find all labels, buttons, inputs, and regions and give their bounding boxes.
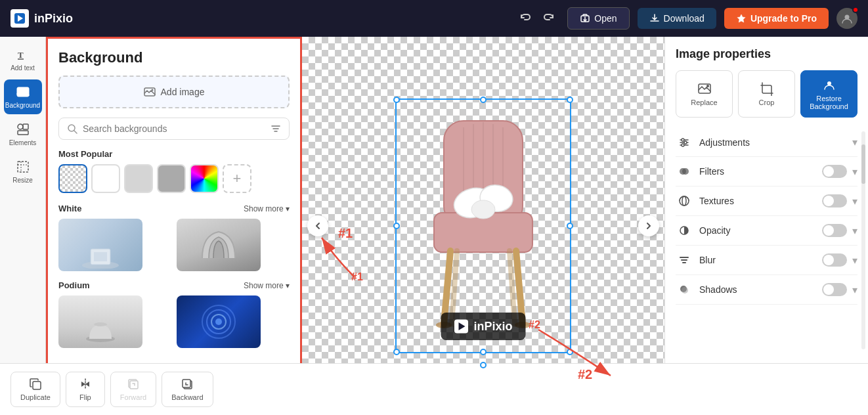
undo-button[interactable] [515,8,536,29]
swatch-dark-gray[interactable] [157,164,186,193]
sidebar-background-label: Background [5,102,40,109]
redo-button[interactable] [538,8,559,29]
blur-row[interactable]: Blur ▾ [676,246,857,275]
crop-icon [760,81,774,96]
add-image-button[interactable]: Add image [58,76,290,108]
annotation-1: #1 [338,226,353,241]
adjustments-row[interactable]: Adjustments ▾ [676,128,857,157]
filter-icon[interactable] [271,123,281,134]
shadows-label: Shadows [699,284,822,295]
avatar-badge [852,7,859,13]
white-bg-grid [58,219,290,271]
app-name: inPixio [34,12,73,26]
svg-point-29 [215,318,222,325]
swatch-white[interactable] [91,164,120,193]
image-props-buttons: Replace Crop Restore Background [676,70,857,118]
adjustments-icon [676,137,693,148]
podium-section-label: Podium [58,280,90,290]
add-image-label: Add image [161,87,205,97]
replace-label: Replace [691,98,717,106]
main-layout: T Add text Background Elements [0,37,868,415]
textures-row[interactable]: Textures ▾ [676,186,857,216]
svg-point-60 [682,144,684,146]
svg-point-58 [684,141,687,144]
textures-toggle[interactable] [822,194,847,207]
shadows-row[interactable]: Shadows ▾ [676,275,857,305]
svg-point-10 [18,124,23,129]
filters-row[interactable]: Filters ▾ [676,157,857,186]
svg-rect-23 [94,252,107,261]
white-show-more[interactable]: Show more ▾ [244,204,290,213]
svg-point-25 [94,322,107,326]
sidebar-item-resize[interactable]: Resize [4,154,42,189]
svg-rect-13 [18,162,28,172]
svg-point-54 [827,81,831,85]
white-bg-thumb-1[interactable] [58,219,142,271]
sidebar-item-background[interactable]: Background [4,79,42,114]
filters-toggle[interactable] [822,165,847,178]
scrollbar-track[interactable] [861,131,865,349]
textures-icon [676,195,693,207]
replace-button[interactable]: Replace [676,70,733,118]
svg-rect-68 [682,262,686,263]
sidebar-elements-label: Elements [9,139,37,146]
upgrade-button[interactable]: Upgrade to Pro [724,8,829,29]
svg-rect-67 [681,259,687,261]
app-logo: inPixio [11,9,73,28]
sidebar-item-elements[interactable]: Elements [4,117,42,152]
sidebar-item-text[interactable]: T Add text [4,42,42,77]
user-avatar[interactable] [836,8,857,29]
svg-point-62 [682,168,689,175]
search-input[interactable] [83,123,265,134]
swatch-add-button[interactable]: + [223,164,251,193]
opacity-toggle[interactable] [822,224,847,237]
svg-point-9 [25,88,28,91]
opacity-row[interactable]: Opacity ▾ [676,216,857,246]
filters-icon [676,165,693,177]
podium-bg-thumb-2[interactable] [177,295,261,348]
crop-button[interactable]: Crop [738,70,795,118]
right-panel: Image properties Replace Crop [664,37,868,415]
logo-icon [11,9,29,28]
crop-label: Crop [759,98,775,106]
chair-image-container[interactable]: inPixio [398,101,569,351]
sidebar-resize-label: Resize [12,177,33,184]
annotation-2: #2 [578,367,592,382]
search-row [58,118,290,140]
adjustments-label: Adjustments [699,137,852,148]
canvas-nav-right[interactable] [638,215,659,236]
svg-point-15 [151,89,153,91]
opacity-chevron: ▾ [852,225,857,237]
right-panel-title: Image properties [676,47,857,61]
sidebar-text-label: Add text [11,64,35,72]
shadows-toggle[interactable] [822,283,847,296]
svg-point-39 [471,200,495,219]
podium-bg-thumb-1[interactable] [58,295,142,348]
watermark: inPixio [441,313,525,340]
bottom-toolbar: Duplicate Flip Forward [664,363,868,415]
swatch-light-gray[interactable] [124,164,153,193]
podium-show-more[interactable]: Show more ▾ [244,281,290,290]
swatch-transparent[interactable] [58,164,87,193]
swatch-rainbow[interactable] [190,164,219,193]
watermark-icon [454,319,468,334]
podium-bg-grid [58,295,290,348]
scrollbar-thumb[interactable] [861,144,865,184]
shadows-chevron: ▾ [852,284,857,296]
svg-rect-12 [18,131,28,135]
opacity-icon [676,225,693,236]
canvas-nav-left[interactable] [307,215,328,236]
download-button[interactable]: Download [638,8,716,29]
blur-toggle[interactable] [822,253,847,267]
open-label: Open [594,13,617,24]
restore-background-button[interactable]: Restore Background [800,70,857,118]
textures-label: Textures [699,196,822,206]
open-button[interactable]: Open [567,7,629,30]
restore-icon [822,77,836,92]
blur-icon [676,254,693,266]
textures-chevron: ▾ [852,195,857,207]
white-section-label: White [58,204,81,213]
color-swatches: + [58,164,290,193]
podium-section-header: Podium Show more ▾ [58,280,290,290]
white-bg-thumb-2[interactable] [177,219,261,271]
